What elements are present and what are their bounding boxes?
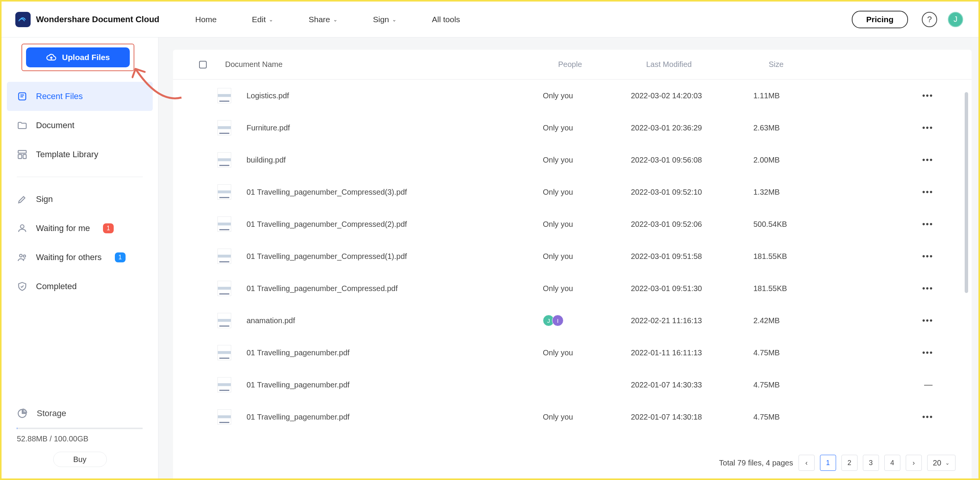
file-thumb-icon	[217, 281, 231, 296]
file-modified: 2022-03-01 20:36:29	[631, 124, 753, 132]
nav-home[interactable]: Home	[195, 15, 217, 24]
row-more-icon[interactable]: •••	[918, 219, 933, 229]
sidebar-item-sign[interactable]: Sign	[7, 185, 153, 214]
file-panel: Document Name People Last Modified Size …	[173, 50, 972, 478]
file-modified: 2022-03-02 14:20:03	[631, 91, 753, 100]
cloud-upload-icon	[46, 52, 57, 63]
table-row[interactable]: Furniture.pdfOnly you2022-03-01 20:36:29…	[173, 112, 972, 144]
sidebar-item-label: Document	[36, 120, 74, 130]
table-body: Logistics.pdfOnly you2022-03-02 14:20:03…	[173, 80, 972, 447]
sidebar-item-label: Recent Files	[36, 91, 83, 101]
row-more-icon[interactable]: •••	[918, 316, 933, 325]
row-dash-icon[interactable]: —	[918, 380, 933, 390]
page-number-button[interactable]: 2	[841, 455, 858, 471]
file-name: 01 Travelling_pagenumber_Compressed(1).p…	[247, 252, 543, 261]
file-thumb-icon	[217, 345, 231, 360]
help-icon[interactable]: ?	[922, 12, 937, 27]
row-more-icon[interactable]: •••	[918, 412, 933, 422]
file-name: 01 Travelling_pagenumber.pdf	[247, 381, 543, 389]
file-modified: 2022-03-01 09:52:06	[631, 220, 753, 229]
table-row[interactable]: 01 Travelling_pagenumber.pdf2022-01-07 1…	[173, 369, 972, 401]
file-people: Only you	[543, 188, 631, 197]
storage-block: Storage 52.88MB / 100.00GB Buy	[2, 397, 158, 478]
row-more-icon[interactable]: •••	[918, 123, 933, 133]
sidebar-item-completed[interactable]: Completed	[7, 272, 153, 301]
file-modified: 2022-01-07 14:30:18	[631, 413, 753, 421]
column-header-modified[interactable]: Last Modified	[646, 60, 769, 69]
page-size-select[interactable]: 20⌄	[927, 455, 956, 471]
pagination-summary: Total 79 files, 4 pages	[719, 459, 793, 467]
file-size: 4.75MB	[753, 348, 918, 357]
page-number-button[interactable]: 3	[863, 455, 879, 471]
file-size: 1.32MB	[753, 188, 918, 197]
svg-rect-3	[23, 155, 26, 159]
file-modified: 2022-01-07 14:30:33	[631, 381, 753, 389]
sidebar-item-waiting-for-others[interactable]: Waiting for others 1	[7, 243, 153, 272]
page-number-button[interactable]: 4	[884, 455, 900, 471]
logo[interactable]: Wondershare Document Cloud	[15, 12, 165, 27]
user-avatar[interactable]: J	[948, 12, 963, 27]
buy-button[interactable]: Buy	[53, 452, 107, 467]
column-header-size[interactable]: Size	[769, 60, 933, 69]
file-size: 1.11MB	[753, 91, 918, 100]
file-people: Only you	[543, 252, 631, 261]
page-next-button[interactable]: ›	[906, 455, 922, 471]
chevron-down-icon: ⌄	[333, 16, 338, 23]
pen-icon	[17, 194, 28, 205]
column-header-name[interactable]: Document Name	[225, 60, 558, 69]
nav-sign[interactable]: Sign⌄	[373, 15, 397, 24]
page-number-button[interactable]: 1	[820, 455, 836, 471]
row-more-icon[interactable]: •••	[918, 187, 933, 197]
file-name: anamation.pdf	[247, 316, 543, 325]
file-size: 4.75MB	[753, 381, 918, 389]
table-row[interactable]: anamation.pdfJI2022-02-21 11:16:132.42MB…	[173, 304, 972, 337]
nav-sign-label: Sign	[373, 15, 389, 24]
file-name: Logistics.pdf	[247, 91, 543, 100]
row-more-icon[interactable]: •••	[918, 251, 933, 261]
file-name: 01 Travelling_pagenumber_Compressed(3).p…	[247, 188, 543, 197]
file-size: 2.00MB	[753, 156, 918, 164]
nav-home-label: Home	[195, 15, 217, 24]
sidebar-item-document[interactable]: Document	[7, 111, 153, 140]
logo-icon	[15, 12, 31, 27]
svg-point-6	[23, 255, 26, 257]
table-row[interactable]: 01 Travelling_pagenumber.pdfOnly you2022…	[173, 337, 972, 369]
row-more-icon[interactable]: •••	[918, 91, 933, 101]
file-thumb-icon	[217, 88, 231, 103]
header: Wondershare Document Cloud Home Edit⌄ Sh…	[2, 2, 978, 37]
sidebar-item-template-library[interactable]: Template Library	[7, 140, 153, 169]
scrollbar[interactable]	[965, 92, 968, 293]
people-icon	[17, 252, 28, 263]
row-more-icon[interactable]: •••	[918, 155, 933, 165]
pagination: Total 79 files, 4 pages ‹ 1234 › 20⌄	[173, 447, 972, 478]
badge-count: 1	[103, 223, 114, 233]
pricing-button[interactable]: Pricing	[852, 11, 908, 28]
callout-arrow-icon	[132, 61, 185, 105]
page-prev-button[interactable]: ‹	[799, 455, 815, 471]
nav-all-tools[interactable]: All tools	[432, 15, 460, 24]
nav-share[interactable]: Share⌄	[309, 15, 338, 24]
row-more-icon[interactable]: •••	[918, 348, 933, 358]
file-name: 01 Travelling_pagenumber.pdf	[247, 413, 543, 421]
file-size: 2.63MB	[753, 124, 918, 132]
sidebar-item-recent-files[interactable]: Recent Files	[7, 82, 153, 111]
file-modified: 2022-03-01 09:52:10	[631, 188, 753, 197]
sidebar-item-waiting-for-me[interactable]: Waiting for me 1	[7, 214, 153, 243]
table-row[interactable]: building.pdfOnly you2022-03-01 09:56:082…	[173, 144, 972, 176]
table-row[interactable]: 01 Travelling_pagenumber_Compressed.pdfO…	[173, 272, 972, 304]
select-all-checkbox[interactable]	[199, 61, 207, 68]
upload-files-button[interactable]: Upload Files	[26, 47, 130, 67]
nav-edit[interactable]: Edit⌄	[252, 15, 273, 24]
main: Document Name People Last Modified Size …	[158, 37, 978, 478]
shield-check-icon	[17, 281, 28, 292]
people-avatar: I	[552, 315, 564, 326]
row-more-icon[interactable]: •••	[918, 283, 933, 293]
column-header-people[interactable]: People	[558, 60, 646, 69]
table-row[interactable]: Logistics.pdfOnly you2022-03-02 14:20:03…	[173, 80, 972, 112]
table-row[interactable]: 01 Travelling_pagenumber.pdfOnly you2022…	[173, 401, 972, 433]
table-row[interactable]: 01 Travelling_pagenumber_Compressed(2).p…	[173, 208, 972, 240]
recent-icon	[17, 91, 28, 102]
table-row[interactable]: 01 Travelling_pagenumber_Compressed(3).p…	[173, 176, 972, 208]
table-row[interactable]: 01 Travelling_pagenumber_Compressed(1).p…	[173, 240, 972, 272]
file-thumb-icon	[217, 409, 231, 425]
